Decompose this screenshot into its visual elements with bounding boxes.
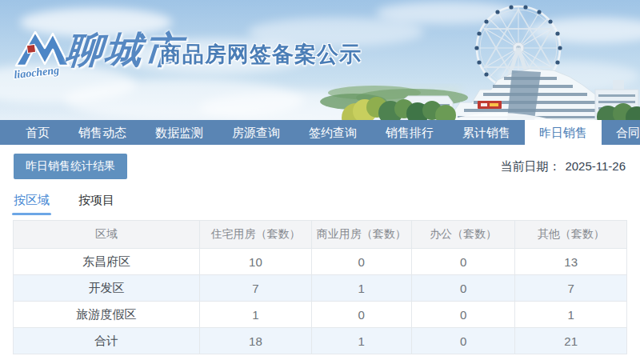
- table-row-total: 合计 18 1 0 21: [14, 328, 627, 354]
- value-cell: 7: [200, 275, 312, 302]
- value-cell: 0: [411, 249, 515, 275]
- table-row: 东昌府区 10 0 0 13: [14, 249, 627, 275]
- value-cell: 7: [515, 275, 627, 302]
- region-cell: 东昌府区: [14, 249, 200, 275]
- value-cell: 1: [200, 302, 312, 328]
- nav-item-contract-search[interactable]: 签约查询: [298, 120, 367, 145]
- tab-by-region[interactable]: 按区域: [14, 193, 50, 215]
- value-cell: 1: [515, 302, 627, 328]
- section-title-badge: 昨日销售统计结果: [14, 154, 127, 179]
- column-header-other: 其他（套数）: [515, 221, 627, 249]
- region-cell: 旅游度假区: [14, 302, 200, 328]
- table-row: 旅游度假区 1 0 0 1: [14, 302, 627, 328]
- value-cell: 0: [311, 302, 411, 328]
- value-cell: 10: [200, 249, 312, 275]
- table-header-row: 区域 住宅用房（套数） 商业用房（套数） 办公（套数） 其他（套数）: [14, 221, 627, 249]
- value-cell: 18: [200, 328, 312, 354]
- svg-text:liaocheng: liaocheng: [14, 64, 60, 81]
- region-cell: 开发区: [14, 275, 200, 302]
- value-cell: 0: [411, 275, 515, 302]
- current-date-value: 2025-11-26: [565, 159, 626, 173]
- active-tab-underline: [12, 213, 51, 215]
- column-header-commercial: 商业用房（套数）: [311, 221, 411, 249]
- value-cell: 0: [411, 302, 515, 328]
- main-navigation: 首页 销售动态 数据监测 房源查询 签约查询 销售排行 累计销售 昨日销售 合同…: [0, 120, 640, 145]
- column-header-residential: 住宅用房（套数）: [200, 221, 312, 249]
- value-cell: 0: [411, 328, 515, 354]
- current-date-label: 当前日期：: [500, 159, 560, 173]
- banner: liaocheng 聊城市 商品房网签备案公示: [0, 0, 640, 120]
- nav-item-home[interactable]: 首页: [15, 120, 60, 145]
- value-cell: 1: [311, 275, 411, 302]
- column-header-office: 办公（套数）: [411, 221, 515, 249]
- nav-item-listing-search[interactable]: 房源查询: [222, 120, 290, 145]
- region-cell: 合计: [14, 328, 200, 354]
- nav-item-sales-ranking[interactable]: 销售排行: [375, 120, 444, 145]
- nav-item-cumulative-sales[interactable]: 累计销售: [452, 120, 521, 145]
- nav-item-contract-cancellation[interactable]: 合同注销: [606, 120, 640, 145]
- current-date: 当前日期：2025-11-26: [500, 159, 627, 174]
- table-row: 开发区 7 1 0 7: [14, 275, 627, 302]
- value-cell: 0: [311, 249, 411, 275]
- main-content: 昨日销售统计结果 当前日期：2025-11-26 按区域 按项目 区域 住宅用房…: [0, 145, 640, 354]
- nav-item-data-monitor[interactable]: 数据监测: [145, 120, 214, 145]
- page-title: 商品房网签备案公示: [160, 40, 362, 69]
- value-cell: 1: [311, 328, 411, 354]
- value-cell: 21: [515, 328, 627, 354]
- column-header-region: 区域: [14, 221, 200, 249]
- nav-item-sales-activity[interactable]: 销售动态: [68, 120, 137, 145]
- view-tabs: 按区域 按项目: [14, 193, 627, 215]
- nav-item-yesterday-sales[interactable]: 昨日销售: [525, 120, 602, 145]
- value-cell: 13: [515, 249, 627, 275]
- sales-statistics-table: 区域 住宅用房（套数） 商业用房（套数） 办公（套数） 其他（套数） 东昌府区 …: [13, 220, 627, 354]
- toolbar: 昨日销售统计结果 当前日期：2025-11-26: [13, 154, 627, 179]
- tab-by-project[interactable]: 按项目: [78, 193, 114, 215]
